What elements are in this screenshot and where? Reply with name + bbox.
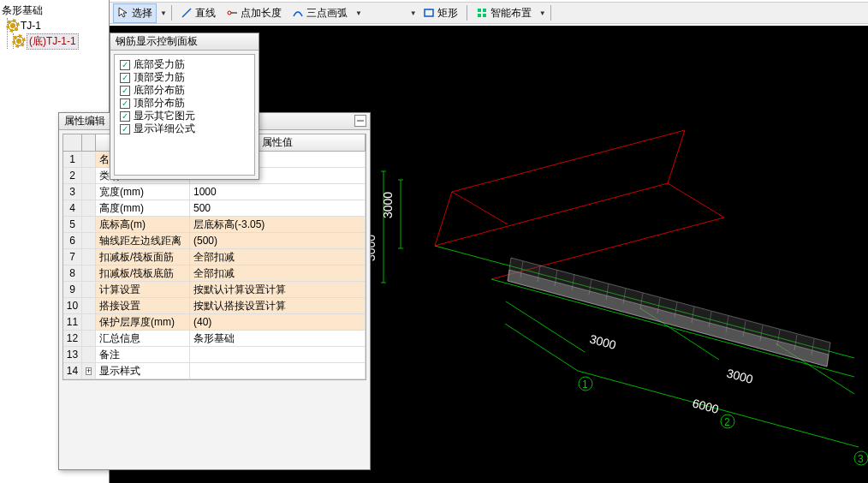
close-button[interactable] [354,115,366,127]
prop-value[interactable]: (40) [190,314,366,330]
row-number: 9 [63,282,82,297]
table-row[interactable]: 14+显示样式 [63,363,366,379]
checkbox-item[interactable]: ✓显示其它图元 [120,110,249,122]
rebar-display-panel: 钢筋显示控制面板 ✓底部受力筋✓顶部受力筋✓底部分布筋✓顶部分布筋✓显示其它图元… [110,33,259,180]
tree-label: TJ-1 [21,20,41,32]
cursor-icon [117,7,129,19]
row-number: 12 [63,331,82,346]
row-number: 8 [63,265,82,281]
prop-name: 保护层厚度(mm) [96,314,190,330]
svg-line-8 [435,183,668,246]
checkbox-icon: ✓ [120,60,130,70]
tree-item-tj1-1[interactable]: (底)TJ-1-1 [14,33,107,49]
close-icon [357,117,364,124]
prop-value[interactable]: 条形基础 [190,331,366,346]
row-number: 1 [63,152,82,167]
prop-name: 底标高(m) [96,217,190,232]
toolbar: 选择 ▼ 直线 点加长度 三点画弧 ▼ ▼ 矩形 智能布置 ▼ [110,2,868,24]
smart-icon [476,7,488,19]
line-label: 直线 [195,6,216,21]
smart-label: 智能布置 [490,6,532,21]
prop-value[interactable]: (500) [190,233,366,248]
checkbox-item[interactable]: ✓底部分布筋 [120,84,249,97]
svg-rect-4 [478,9,481,12]
select-label: 选择 [132,6,152,21]
dim-text: 3000 [381,192,395,218]
gear-icon [14,36,24,46]
svg-line-0 [182,9,191,17]
svg-point-1 [228,11,231,15]
prop-name: 高度(mm) [96,200,190,216]
prop-value[interactable]: 层底标高(-3.05) [190,217,366,232]
rect-tool[interactable]: 矩形 [419,3,462,23]
expand-icon[interactable]: + [86,367,92,375]
panel-title: 钢筋显示控制面板 [116,34,198,49]
dropdown-icon[interactable]: ▼ [355,9,362,17]
svg-rect-5 [483,9,486,12]
svg-line-14 [668,130,685,183]
prop-name: 备注 [96,347,190,362]
tree-label: (底)TJ-1-1 [27,33,79,50]
checkbox-icon: ✓ [120,86,130,96]
rect-icon [423,7,435,19]
prop-value[interactable] [190,363,366,379]
svg-line-25 [726,411,859,447]
checkbox-item[interactable]: ✓底部受力筋 [120,58,249,71]
checkbox-item[interactable]: ✓顶部分布筋 [120,97,249,110]
svg-line-11 [668,183,724,218]
bubble-text: 3 [858,453,864,465]
prop-value[interactable]: 按默认搭接设置计算 [190,298,366,313]
row-number: 14 [63,363,82,379]
row-number: 5 [63,217,82,232]
checkbox-item[interactable]: ✓顶部受力筋 [120,71,249,84]
dropdown-icon[interactable]: ▼ [539,9,546,17]
prop-value[interactable]: 1000 [190,184,366,200]
prop-name: 扣减板/筏板面筋 [96,249,190,265]
svg-line-26 [506,301,585,352]
arc-tool[interactable]: 三点画弧 [288,3,352,23]
prop-value[interactable]: 全部扣减 [190,249,366,265]
table-row[interactable]: 13备注 [63,347,366,363]
checkbox-icon: ✓ [120,73,130,83]
checkbox-label: 显示详细公式 [134,122,195,136]
tree-item-root[interactable]: 条形基础 [2,3,107,18]
smart-layout-tool[interactable]: 智能布置 [472,3,536,23]
svg-line-23 [505,324,578,371]
prop-name: 宽度(mm) [96,184,190,200]
line-tool[interactable]: 直线 [176,3,220,23]
prop-value[interactable] [190,347,366,362]
table-row[interactable]: 7扣减板/筏板面筋全部扣减 [63,249,366,265]
tree-item-tj1[interactable]: TJ-1 [8,18,107,33]
svg-line-16 [491,279,854,377]
panel-titlebar[interactable]: 钢筋显示控制面板 [110,33,259,51]
rect-label: 矩形 [437,6,458,21]
table-row[interactable]: 10搭接设置按默认搭接设置计算 [63,298,366,314]
checkbox-icon: ✓ [120,111,130,122]
table-row[interactable]: 8扣减板/筏板底筋全部扣减 [63,265,366,282]
row-number: 11 [63,314,82,330]
tree-label: 条形基础 [2,3,43,18]
checkbox-icon: ✓ [120,98,130,109]
point-icon [226,7,238,19]
row-number: 13 [63,347,82,362]
checkbox-item[interactable]: ✓显示详细公式 [120,122,249,135]
prop-value[interactable]: 全部扣减 [190,265,366,281]
select-tool[interactable]: 选择 [113,3,157,23]
table-row[interactable]: 6轴线距左边线距离(500) [63,233,366,249]
prop-value[interactable]: 500 [190,200,366,216]
dropdown-icon[interactable]: ▼ [410,9,417,17]
table-row[interactable]: 5底标高(m)层底标高(-3.05) [63,217,366,233]
dim-text: 3000 [725,366,754,386]
table-row[interactable]: 9计算设置按默认计算设置计算 [63,282,366,298]
table-row[interactable]: 11保护层厚度(mm)(40) [63,314,366,331]
prop-value[interactable]: 按默认计算设置计算 [190,282,366,297]
table-row[interactable]: 4高度(mm)500 [63,200,366,217]
table-row[interactable]: 3宽度(mm)1000 [63,184,366,200]
prop-name: 计算设置 [96,282,190,297]
prop-name: 显示样式 [96,363,190,379]
gear-icon [8,21,18,31]
line-icon [181,7,193,19]
table-row[interactable]: 12汇总信息条形基础 [63,331,366,347]
dropdown-icon[interactable]: ▼ [160,9,167,17]
point-length-tool[interactable]: 点加长度 [222,3,286,23]
